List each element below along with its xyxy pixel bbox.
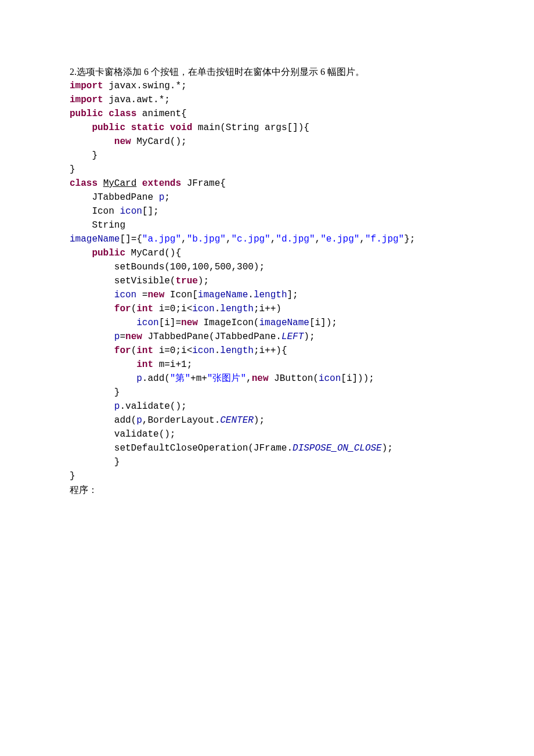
code-line: public static void main(String args[]){ <box>70 121 464 135</box>
code-line: } <box>70 469 464 483</box>
code-line: public MyCard(){ <box>70 246 464 260</box>
code-line: } <box>70 386 464 399</box>
code-line: public class animent{ <box>70 107 464 121</box>
code-line: setBounds(100,100,500,300); <box>70 260 464 274</box>
code-line: icon =new Icon[imageName.length]; <box>70 288 464 302</box>
code-line: setVisible(true); <box>70 274 464 288</box>
code-line: import javax.swing.*; <box>70 79 464 93</box>
heading-text: 2.选项卡窗格添加 6 个按钮，在单击按钮时在窗体中分别显示 6 幅图片。 <box>70 65 464 79</box>
code-line: for(int i=0;i<icon.length;i++) <box>70 302 464 316</box>
code-line: p.add("第"+m+"张图片",new JButton(icon[i])); <box>70 372 464 386</box>
code-line: int m=i+1; <box>70 358 464 372</box>
code-line: } <box>70 149 464 163</box>
code-line: new MyCard(); <box>70 135 464 149</box>
code-line: class MyCard extends JFrame{ <box>70 177 464 190</box>
code-line: } <box>70 163 464 177</box>
code-line: icon[i]=new ImageIcon(imageName[i]); <box>70 316 464 330</box>
code-line: imageName[]={"a.jpg","b.jpg","c.jpg","d.… <box>70 232 464 246</box>
code-line: } <box>70 455 464 469</box>
code-line: p.validate(); <box>70 399 464 413</box>
code-line: Icon icon[]; <box>70 204 464 218</box>
document-content: 2.选项卡窗格添加 6 个按钮，在单击按钮时在窗体中分别显示 6 幅图片。 im… <box>70 65 464 497</box>
code-line: validate(); <box>70 427 464 441</box>
code-line: import java.awt.*; <box>70 93 464 107</box>
footer-text: 程序： <box>70 483 464 497</box>
code-line: p=new JTabbedPane(JTabbedPane.LEFT); <box>70 330 464 344</box>
code-line: String <box>70 218 464 232</box>
code-line: JTabbedPane p; <box>70 190 464 204</box>
code-line: for(int i=0;i<icon.length;i++){ <box>70 344 464 358</box>
code-line: setDefaultCloseOperation(JFrame.DISPOSE_… <box>70 441 464 455</box>
code-line: add(p,BorderLayout.CENTER); <box>70 413 464 427</box>
